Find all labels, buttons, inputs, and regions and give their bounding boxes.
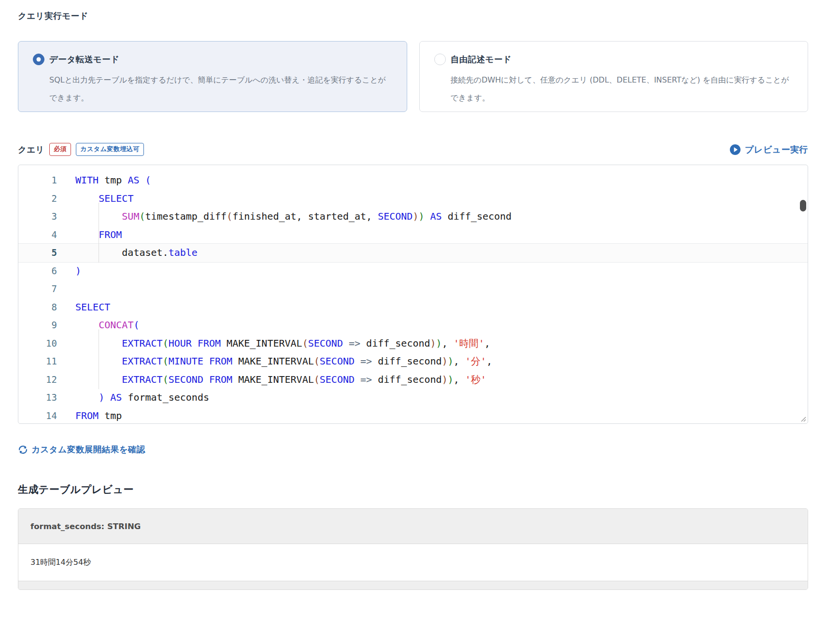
code-line[interactable]: 14FROM tmp <box>18 407 808 424</box>
indent-guide <box>99 203 99 263</box>
line-number: 9 <box>18 316 57 335</box>
preview-run-label: プレビュー実行 <box>745 144 808 155</box>
code-line[interactable]: 2 SELECT <box>18 190 808 208</box>
code-line[interactable]: 13 ) AS format_seconds <box>18 389 808 407</box>
code-text: SUM(timestamp_diff(finished_at, started_… <box>75 208 512 226</box>
code-text: EXTRACT(HOUR FROM MAKE_INTERVAL(SECOND =… <box>75 335 490 353</box>
line-number: 14 <box>18 407 57 424</box>
line-number: 11 <box>18 352 57 371</box>
code-text: SELECT <box>75 190 133 208</box>
indent-guide <box>99 329 99 389</box>
table-row: 31時間14分54秒 <box>18 544 808 581</box>
code-line[interactable]: 10 EXTRACT(HOUR FROM MAKE_INTERVAL(SECON… <box>18 335 808 353</box>
radio-selected-icon[interactable] <box>33 54 44 65</box>
radio-unselected-icon[interactable] <box>434 54 446 65</box>
code-line[interactable]: 3 SUM(timestamp_diff(finished_at, starte… <box>18 208 808 226</box>
code-line[interactable]: 4 FROM <box>18 226 808 244</box>
resize-handle-icon[interactable] <box>800 416 806 422</box>
code-line[interactable]: 8SELECT <box>18 298 808 317</box>
code-text: ) <box>75 262 81 280</box>
play-icon <box>729 144 741 155</box>
mode-card-free-query[interactable]: 自由記述モード 接続先のDWHに対して、任意のクエリ (DDL、DELETE、I… <box>419 41 809 112</box>
line-number: 3 <box>18 208 57 226</box>
code-line[interactable]: 12 EXTRACT(SECOND FROM MAKE_INTERVAL(SEC… <box>18 371 808 389</box>
mode-card-title: 自由記述モード <box>451 54 512 65</box>
table-footer-strip <box>18 581 808 589</box>
code-text: dataset.table <box>75 244 198 262</box>
custom-variable-badge: カスタム変数埋込可 <box>76 143 144 156</box>
custom-variable-expand-label: カスタム変数展開結果を確認 <box>31 444 145 455</box>
page-title: クエリ実行モード <box>18 0 808 22</box>
refresh-icon <box>18 445 28 455</box>
code-line[interactable]: 9 CONCAT( <box>18 316 808 335</box>
generated-table-preview-heading: 生成テーブルプレビュー <box>18 483 808 496</box>
line-number: 13 <box>18 389 57 407</box>
query-label-row: クエリ 必須 カスタム変数埋込可 プレビュー実行 <box>18 143 808 156</box>
code-text: CONCAT( <box>75 316 139 335</box>
code-text: WITH tmp AS ( <box>75 171 151 190</box>
preview-run-button[interactable]: プレビュー実行 <box>729 144 808 155</box>
code-text: SELECT <box>75 298 110 317</box>
query-settings-page: クエリ実行モード データ転送モード SQLと出力先テーブルを指定するだけで、簡単… <box>0 0 826 590</box>
custom-variable-expand-link[interactable]: カスタム変数展開結果を確認 <box>18 444 808 455</box>
code-lines: 1WITH tmp AS (2 SELECT3 SUM(timestamp_di… <box>18 171 808 424</box>
line-number: 12 <box>18 371 57 389</box>
line-number: 8 <box>18 298 57 317</box>
code-line[interactable]: 11 EXTRACT(MINUTE FROM MAKE_INTERVAL(SEC… <box>18 352 808 371</box>
code-line[interactable]: 7 <box>18 280 808 298</box>
generated-table-preview: format_seconds: STRING 31時間14分54秒 <box>18 508 808 590</box>
mode-card-title: データ転送モード <box>49 54 120 65</box>
line-number: 2 <box>18 190 57 208</box>
code-text: FROM tmp <box>75 407 122 424</box>
code-text: EXTRACT(SECOND FROM MAKE_INTERVAL(SECOND… <box>75 371 486 389</box>
query-label: クエリ <box>18 144 44 155</box>
line-number: 5 <box>18 244 57 262</box>
query-mode-cards: データ転送モード SQLと出力先テーブルを指定するだけで、簡単にテーブルへの洗い… <box>18 41 808 112</box>
line-number: 10 <box>18 335 57 353</box>
line-number: 4 <box>18 226 57 244</box>
code-line[interactable]: 6) <box>18 262 808 280</box>
mode-card-description: 接続先のDWHに対して、任意のクエリ (DDL、DELETE、INSERTなど)… <box>451 71 794 107</box>
code-line[interactable]: 5 dataset.table <box>18 244 808 262</box>
mode-card-data-transfer[interactable]: データ転送モード SQLと出力先テーブルを指定するだけで、簡単にテーブルへの洗い… <box>18 41 407 112</box>
table-column-header: format_seconds: STRING <box>18 509 808 544</box>
code-text: EXTRACT(MINUTE FROM MAKE_INTERVAL(SECOND… <box>75 352 492 371</box>
line-number: 7 <box>18 280 57 298</box>
required-badge: 必須 <box>49 143 71 156</box>
code-text: ) AS format_seconds <box>75 389 209 407</box>
mode-card-description: SQLと出力先テーブルを指定するだけで、簡単にテーブルへの洗い替え・追記を実行す… <box>49 71 392 107</box>
code-line[interactable]: 1WITH tmp AS ( <box>18 171 808 190</box>
sql-editor[interactable]: 1WITH tmp AS (2 SELECT3 SUM(timestamp_di… <box>18 165 808 424</box>
line-number: 1 <box>18 171 57 190</box>
editor-scrollbar-thumb[interactable] <box>800 200 806 211</box>
line-number: 6 <box>18 262 57 280</box>
